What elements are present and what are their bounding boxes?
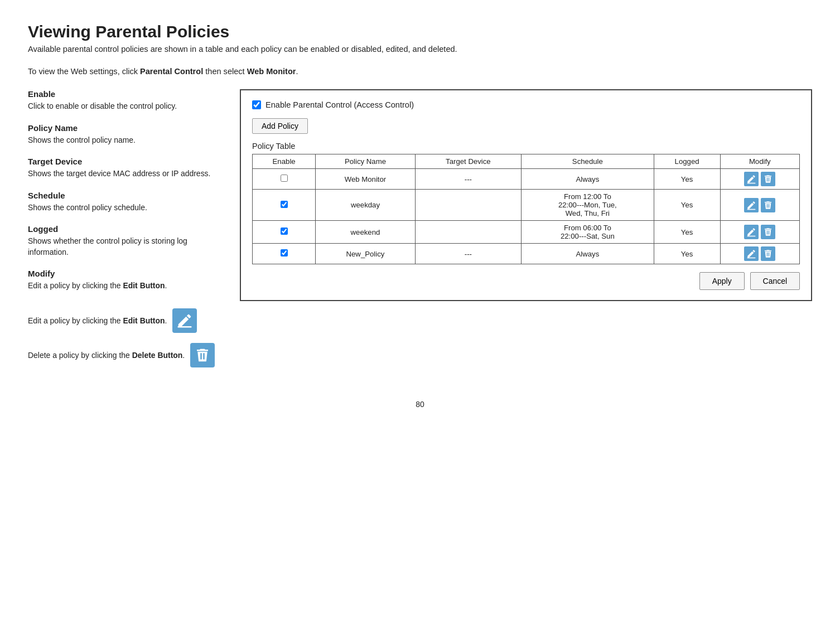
- policy-table: Enable Policy Name Target Device Schedul…: [252, 154, 800, 264]
- apply-button[interactable]: Apply: [699, 272, 745, 290]
- row2-enable-checkbox[interactable]: [281, 201, 288, 208]
- svg-rect-3: [747, 236, 756, 237]
- row4-edit-button[interactable]: [744, 246, 759, 261]
- row2-enable: [253, 190, 316, 221]
- section-target-device: Target Device Shows the target device MA…: [28, 157, 218, 180]
- row2-policy-name: weekday: [316, 190, 415, 221]
- delete-button-row: Delete a policy by clicking the Delete B…: [28, 343, 218, 367]
- section-schedule: Schedule Shows the control policy schedu…: [28, 191, 218, 214]
- row4-modify: [720, 244, 799, 264]
- section-schedule-title: Schedule: [28, 191, 218, 200]
- row1-target-device: ---: [415, 169, 521, 190]
- row2-schedule: From 12:00 To22:00---Mon, Tue,Wed, Thu, …: [522, 190, 654, 221]
- svg-rect-4: [747, 258, 756, 259]
- row2-logged: Yes: [654, 190, 720, 221]
- main-layout: Enable Click to enable or disable the co…: [28, 89, 812, 378]
- trash-icon: [763, 227, 773, 237]
- svg-rect-2: [747, 209, 756, 210]
- svg-rect-1: [747, 183, 756, 184]
- left-column: Enable Click to enable or disable the co…: [28, 89, 218, 378]
- row1-logged: Yes: [654, 169, 720, 190]
- col-target-device: Target Device: [415, 154, 521, 169]
- trash-icon: [763, 249, 773, 259]
- row4-target-device: ---: [415, 244, 521, 264]
- table-header-row: Enable Policy Name Target Device Schedul…: [253, 154, 800, 169]
- section-modify-desc: Edit a policy by clicking the Edit Butto…: [28, 280, 218, 292]
- edit-icon: [746, 227, 756, 237]
- edit-icon: [746, 174, 756, 184]
- col-policy-name: Policy Name: [316, 154, 415, 169]
- delete-icon-box[interactable]: [190, 343, 215, 367]
- delete-button-desc: Delete a policy by clicking the Delete B…: [28, 351, 185, 360]
- section-logged-title: Logged: [28, 224, 218, 234]
- section-target-device-title: Target Device: [28, 157, 218, 166]
- row4-enable-checkbox[interactable]: [281, 249, 288, 256]
- row3-target-device: [415, 221, 521, 244]
- table-row: New_Policy --- Always Yes: [253, 244, 800, 264]
- row1-enable-checkbox[interactable]: [281, 175, 288, 182]
- row1-enable: [253, 169, 316, 190]
- page-subtitle: Available parental control policies are …: [28, 45, 812, 54]
- edit-button-desc: Edit a policy by clicking the Edit Butto…: [28, 316, 167, 325]
- policy-table-title: Policy Table: [252, 142, 800, 151]
- table-body: Web Monitor --- Always Yes: [253, 169, 800, 264]
- col-schedule: Schedule: [522, 154, 654, 169]
- row3-schedule: From 06:00 To22:00---Sat, Sun: [522, 221, 654, 244]
- row4-modify-icons: [725, 246, 795, 261]
- row1-schedule: Always: [522, 169, 654, 190]
- row1-modify: [720, 169, 799, 190]
- svg-rect-0: [178, 326, 192, 328]
- section-target-device-desc: Shows the target device MAC address or I…: [28, 168, 218, 180]
- action-buttons: Apply Cancel: [252, 272, 800, 290]
- row4-enable: [253, 244, 316, 264]
- section-schedule-desc: Shows the control policy schedule.: [28, 202, 218, 214]
- edit-icon: [746, 200, 756, 210]
- right-panel: Enable Parental Control (Access Control)…: [240, 89, 812, 301]
- intro-bold1: Parental Control: [140, 67, 203, 76]
- page-title: Viewing Parental Policies: [28, 22, 812, 41]
- row4-schedule: Always: [522, 244, 654, 264]
- table-header: Enable Policy Name Target Device Schedul…: [253, 154, 800, 169]
- row3-policy-name: weekend: [316, 221, 415, 244]
- col-modify: Modify: [720, 154, 799, 169]
- edit-icon: [176, 312, 193, 329]
- row3-modify: [720, 221, 799, 244]
- delete-icon: [194, 347, 211, 364]
- page-number: 80: [28, 400, 812, 409]
- row4-delete-button[interactable]: [761, 246, 775, 261]
- table-row: Web Monitor --- Always Yes: [253, 169, 800, 190]
- row2-delete-button[interactable]: [761, 198, 775, 212]
- edit-button-row: Edit a policy by clicking the Edit Butto…: [28, 308, 218, 333]
- table-row: weekday From 12:00 To22:00---Mon, Tue,We…: [253, 190, 800, 221]
- row3-logged: Yes: [654, 221, 720, 244]
- row3-delete-button[interactable]: [761, 225, 775, 239]
- section-modify-title: Modify: [28, 269, 218, 278]
- row4-logged: Yes: [654, 244, 720, 264]
- row1-delete-button[interactable]: [761, 172, 775, 186]
- section-enable-title: Enable: [28, 89, 218, 99]
- section-policy-name-title: Policy Name: [28, 123, 218, 133]
- section-policy-name-desc: Shows the control policy name.: [28, 135, 218, 146]
- add-policy-button[interactable]: Add Policy: [252, 118, 308, 134]
- cancel-button[interactable]: Cancel: [750, 272, 800, 290]
- section-modify: Modify Edit a policy by clicking the Edi…: [28, 269, 218, 292]
- row3-edit-button[interactable]: [744, 225, 759, 239]
- enable-parental-checkbox[interactable]: [252, 100, 261, 109]
- edit-icon-box[interactable]: [172, 308, 197, 333]
- table-row: weekend From 06:00 To22:00---Sat, Sun Ye…: [253, 221, 800, 244]
- section-enable-desc: Click to enable or disable the control p…: [28, 101, 218, 112]
- trash-icon: [763, 174, 773, 184]
- row3-enable: [253, 221, 316, 244]
- row1-edit-button[interactable]: [744, 172, 759, 186]
- section-logged: Logged Shows whether the control policy …: [28, 224, 218, 258]
- row3-enable-checkbox[interactable]: [281, 228, 288, 235]
- row2-modify-icons: [725, 198, 795, 212]
- intro-bold2: Web Monitor: [247, 67, 296, 76]
- section-logged-desc: Shows whether the control policy is stor…: [28, 236, 218, 258]
- row2-edit-button[interactable]: [744, 198, 759, 212]
- row1-modify-icons: [725, 172, 795, 186]
- bottom-icons: Edit a policy by clicking the Edit Butto…: [28, 308, 218, 367]
- section-enable: Enable Click to enable or disable the co…: [28, 89, 218, 112]
- row1-policy-name: Web Monitor: [316, 169, 415, 190]
- row3-modify-icons: [725, 225, 795, 239]
